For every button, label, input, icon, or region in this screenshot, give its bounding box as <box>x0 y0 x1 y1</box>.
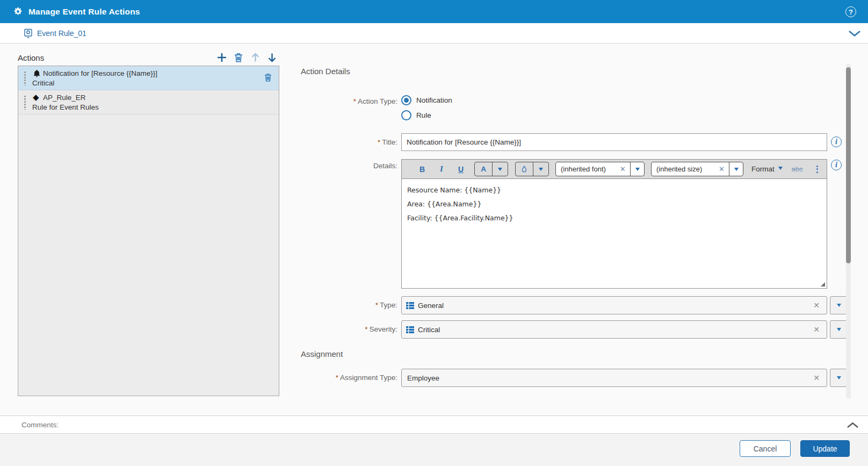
assignment-type-label: *Assignment Type: <box>279 374 397 382</box>
type-value: General <box>418 302 813 310</box>
radio-notification[interactable]: Notification <box>401 95 452 105</box>
severity-label: *Severity: <box>279 325 397 333</box>
severity-dropdown-icon[interactable] <box>830 320 848 339</box>
help-icon[interactable]: ? <box>845 6 856 17</box>
footer-bar: Cancel Update <box>0 434 868 466</box>
required-marker: * <box>353 97 356 105</box>
font-color-dropdown-icon[interactable] <box>492 162 508 176</box>
details-line: Resource Name: {{Name}} <box>407 183 820 197</box>
update-button[interactable]: Update <box>800 440 850 457</box>
scrollbar-thumb[interactable] <box>846 67 851 263</box>
highlight-color-group <box>515 162 549 176</box>
add-action-icon[interactable] <box>217 52 227 63</box>
chevron-down-icon[interactable] <box>849 31 860 37</box>
severity-value: Critical <box>418 326 813 334</box>
assignment-heading: Assignment <box>301 349 343 359</box>
type-label: *Type: <box>279 301 397 309</box>
clear-icon[interactable]: ✕ <box>813 374 820 382</box>
font-size-value: (inherited size) <box>656 165 714 173</box>
highlight-color-dropdown-icon[interactable] <box>533 162 548 176</box>
action-list-item-notification[interactable]: Notification for [Resource {{Name}}] Cri… <box>18 66 279 90</box>
drag-handle-icon[interactable] <box>24 96 26 110</box>
font-color-group: A <box>474 162 508 176</box>
action-item-title: AP_Rule_ER <box>43 94 86 102</box>
type-dropdown-icon[interactable] <box>830 296 848 314</box>
comments-bar[interactable]: Comments: <box>0 415 868 434</box>
clear-icon[interactable]: ✕ <box>719 165 725 173</box>
radio-notification-label: Notification <box>416 96 452 104</box>
action-type-label: *Action Type: <box>279 97 397 105</box>
actions-panel-title: Actions <box>18 53 44 62</box>
resize-handle[interactable] <box>821 282 825 286</box>
list-icon <box>406 302 414 309</box>
bold-button[interactable]: B <box>416 165 429 174</box>
type-combobox[interactable]: General ✕ <box>401 296 827 314</box>
radio-rule[interactable]: Rule <box>401 110 431 120</box>
editor-toolbar: B I U A (inherited font) ✕ (inherited si… <box>402 160 827 179</box>
actions-toolbar <box>217 52 277 63</box>
details-line: Area: {{Area.Name}} <box>407 197 820 211</box>
font-name-dropdown-icon[interactable] <box>630 162 644 176</box>
info-icon[interactable]: i <box>831 137 842 147</box>
details-textarea[interactable]: Resource Name: {{Name}} Area: {{Area.Nam… <box>402 179 827 288</box>
details-label: Details: <box>279 162 397 170</box>
more-options-icon[interactable] <box>816 166 818 173</box>
assignment-type-value: Employee <box>407 374 813 382</box>
delete-action-icon[interactable] <box>234 52 243 63</box>
title-input[interactable] <box>401 133 827 151</box>
highlight-color-button[interactable] <box>516 162 533 176</box>
action-item-subtitle: Rule for Event Rules <box>32 103 99 111</box>
action-details-heading: Action Details <box>301 67 350 76</box>
info-icon[interactable]: i <box>831 160 842 170</box>
font-size-select[interactable]: (inherited size) ✕ <box>651 162 743 176</box>
radio-rule-label: Rule <box>416 111 431 119</box>
move-down-icon[interactable] <box>267 52 277 63</box>
diamond-icon: ◆ <box>33 92 39 102</box>
action-list-item-rule[interactable]: ◆ AP_Rule_ER Rule for Event Rules <box>18 90 279 114</box>
details-editor: B I U A (inherited font) ✕ (inherited si… <box>401 159 827 289</box>
clear-icon[interactable]: ✕ <box>620 165 626 173</box>
comments-label: Comments: <box>21 421 59 429</box>
clear-icon[interactable]: ✕ <box>813 325 820 334</box>
font-size-dropdown-icon[interactable] <box>729 162 743 176</box>
strikethrough-button[interactable]: abc <box>792 165 803 173</box>
radio-unselected-icon[interactable] <box>401 110 411 120</box>
breadcrumb-bar: Event Rule_01 <box>0 23 868 44</box>
window-titlebar: Manage Event Rule Actions ? <box>0 0 868 23</box>
title-label: *Title: <box>279 138 397 146</box>
drag-handle-icon[interactable] <box>24 71 26 85</box>
page-title: Manage Event Rule Actions <box>28 7 140 17</box>
details-line: Facility: {{Area.Facility.Name}} <box>407 211 820 225</box>
action-item-subtitle: Critical <box>32 79 54 87</box>
severity-combobox[interactable]: Critical ✕ <box>401 320 827 339</box>
font-name-select[interactable]: (inherited font) ✕ <box>555 162 645 176</box>
list-icon <box>406 326 414 333</box>
droplet-icon <box>521 166 527 173</box>
move-up-icon[interactable] <box>250 52 260 63</box>
font-name-value: (inherited font) <box>561 165 616 173</box>
format-label: Format <box>751 165 775 173</box>
bell-icon <box>33 69 41 78</box>
font-color-button[interactable]: A <box>475 162 492 176</box>
event-rule-icon <box>24 28 33 38</box>
gear-icon <box>13 7 23 16</box>
clear-icon[interactable]: ✕ <box>813 301 820 310</box>
chevron-up-icon[interactable] <box>847 422 858 428</box>
actions-list: Notification for [Resource {{Name}}] Cri… <box>18 66 279 396</box>
cancel-button[interactable]: Cancel <box>740 440 791 457</box>
breadcrumb[interactable]: Event Rule_01 <box>37 29 86 38</box>
delete-item-icon[interactable] <box>264 73 272 82</box>
italic-button[interactable]: I <box>435 164 448 174</box>
format-dropdown[interactable]: Format <box>751 165 783 173</box>
assignment-type-combobox[interactable]: Employee ✕ <box>401 369 827 387</box>
radio-selected-icon[interactable] <box>401 95 411 105</box>
assignment-type-dropdown-icon[interactable] <box>830 369 848 387</box>
action-item-title: Notification for [Resource {{Name}}] <box>43 69 157 77</box>
underline-button[interactable]: U <box>454 165 467 174</box>
